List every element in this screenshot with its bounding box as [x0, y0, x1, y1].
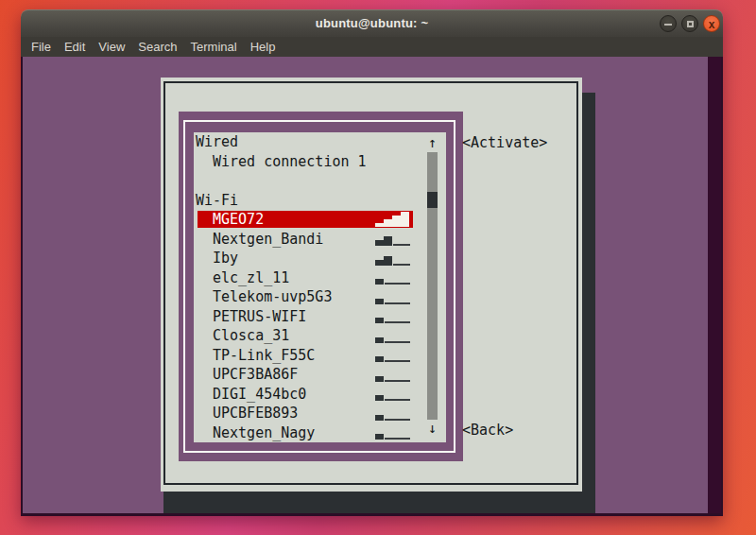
- maximize-button[interactable]: [681, 15, 698, 32]
- list-item[interactable]: PETRUS-WIFI: [194, 307, 446, 327]
- terminal-window: ubuntu@ubuntu: ~ x File Edit View Search…: [21, 9, 723, 516]
- signal-bar: [375, 279, 384, 285]
- list-item[interactable]: Wired connection 1: [194, 152, 446, 172]
- signal-strength-icon: [375, 211, 411, 227]
- signal-strength-icon: [375, 230, 411, 246]
- dialog-shadow-right: [582, 93, 595, 516]
- network-list: Wired Wired connection 1 Wi-Fi MGEO72 Ne…: [194, 132, 446, 442]
- menu-file[interactable]: File: [25, 40, 58, 54]
- close-icon: x: [704, 17, 719, 32]
- menu-search[interactable]: Search: [131, 40, 183, 54]
- signal-baseline: [385, 302, 410, 304]
- menu-edit[interactable]: Edit: [58, 40, 92, 54]
- signal-baseline: [385, 360, 410, 362]
- signal-bar: [375, 337, 384, 343]
- list-item[interactable]: TP-Link_F55C: [194, 346, 446, 366]
- signal-baseline: [385, 321, 410, 323]
- close-button[interactable]: x: [703, 15, 720, 32]
- list-item[interactable]: Nextgen_Nagy: [194, 423, 446, 443]
- signal-bar: [392, 216, 401, 227]
- list-item[interactable]: UPCBFEB893: [194, 404, 446, 423]
- window-controls: x: [660, 15, 720, 32]
- signal-baseline: [385, 341, 410, 343]
- signal-bar: [375, 434, 384, 440]
- signal-bar: [384, 236, 392, 246]
- signal-strength-icon: [375, 346, 411, 362]
- network-name: TP-Link_F55C: [213, 346, 315, 366]
- list-item[interactable]: Telekom-uvp5G3: [194, 287, 446, 307]
- signal-bar: [375, 299, 384, 304]
- list-item[interactable]: Closca_31: [194, 326, 446, 346]
- list-item[interactable]: Nextgen_Bandi: [194, 230, 446, 250]
- window-title: ubuntu@ubuntu: ~: [21, 16, 723, 30]
- signal-bar: [375, 376, 384, 382]
- list-item[interactable]: MGEO72: [194, 210, 446, 230]
- network-name: DIGI_454bc0: [213, 385, 306, 405]
- signal-baseline: [393, 244, 410, 246]
- list-item[interactable]: elc_zl_11: [194, 268, 446, 288]
- menubar: File Edit View Search Terminal Help: [21, 37, 723, 57]
- menu-help[interactable]: Help: [244, 40, 283, 54]
- back-button[interactable]: <Back>: [462, 421, 513, 440]
- list-item[interactable]: Iby: [194, 249, 446, 268]
- signal-bar: [375, 356, 384, 362]
- scroll-down-icon[interactable]: ↓: [426, 420, 438, 439]
- network-name: Iby: [213, 249, 238, 268]
- signal-baseline: [385, 380, 410, 382]
- signal-strength-icon: [375, 288, 411, 304]
- signal-strength-icon: [375, 405, 411, 421]
- signal-bar: [384, 219, 392, 227]
- minimize-button[interactable]: [660, 15, 677, 32]
- network-name: Wired: [196, 132, 238, 152]
- network-name: Nextgen_Bandi: [213, 230, 323, 250]
- list-item[interactable]: [194, 171, 446, 191]
- network-name: UPCBFEB893: [213, 404, 298, 423]
- signal-baseline: [393, 264, 410, 266]
- signal-bar: [375, 415, 384, 421]
- signal-bar: [375, 395, 384, 401]
- nmtui-dialog: Wired Wired connection 1 Wi-Fi MGEO72 Ne…: [161, 78, 582, 492]
- signal-baseline: [385, 419, 410, 421]
- terminal-viewport: Wired Wired connection 1 Wi-Fi MGEO72 Ne…: [21, 57, 723, 516]
- scrollbar-thumb[interactable]: [427, 192, 438, 208]
- signal-baseline: [385, 399, 410, 401]
- signal-bar: [401, 212, 409, 227]
- network-name: Closca_31: [213, 326, 289, 346]
- network-name: MGEO72: [213, 210, 264, 230]
- network-name: elc_zl_11: [213, 268, 289, 288]
- signal-strength-icon: [375, 327, 411, 343]
- listbox-frame: Wired Wired connection 1 Wi-Fi MGEO72 Ne…: [179, 112, 463, 461]
- list-item[interactable]: UPCF3BA86F: [194, 365, 446, 385]
- signal-baseline: [385, 438, 410, 440]
- menu-terminal[interactable]: Terminal: [184, 40, 244, 54]
- network-name: Wired connection 1: [213, 152, 367, 172]
- signal-bar: [375, 318, 384, 323]
- signal-strength-icon: [375, 423, 411, 440]
- signal-strength-icon: [375, 366, 411, 382]
- signal-baseline: [385, 283, 410, 285]
- signal-bar: [384, 256, 392, 266]
- network-name: UPCF3BA86F: [213, 365, 298, 385]
- desktop-wallpaper: ubuntu@ubuntu: ~ x File Edit View Search…: [0, 0, 756, 535]
- network-name: PETRUS-WIFI: [213, 307, 306, 327]
- list-item[interactable]: Wired: [194, 132, 446, 152]
- network-name: Telekom-uvp5G3: [213, 287, 332, 307]
- minimize-icon: [664, 24, 672, 26]
- menu-view[interactable]: View: [92, 40, 131, 54]
- signal-bar: [375, 260, 384, 266]
- scrollbar[interactable]: ↑ ↓: [426, 132, 438, 442]
- signal-strength-icon: [375, 268, 411, 285]
- signal-strength-icon: [375, 250, 411, 266]
- network-name: Nextgen_Nagy: [213, 423, 315, 443]
- dialog-shadow-bottom: [163, 492, 595, 516]
- list-item[interactable]: DIGI_454bc0: [194, 385, 446, 405]
- activate-button[interactable]: <Activate>: [462, 133, 547, 152]
- list-item[interactable]: Wi-Fi: [194, 191, 446, 211]
- maximize-icon: [687, 21, 694, 27]
- terminal-right-padding: [708, 57, 721, 513]
- scroll-up-icon[interactable]: ↑: [426, 134, 438, 153]
- signal-bar: [375, 223, 384, 227]
- signal-bar: [375, 240, 384, 246]
- network-name: Wi-Fi: [196, 191, 238, 211]
- titlebar[interactable]: ubuntu@ubuntu: ~ x: [21, 9, 723, 37]
